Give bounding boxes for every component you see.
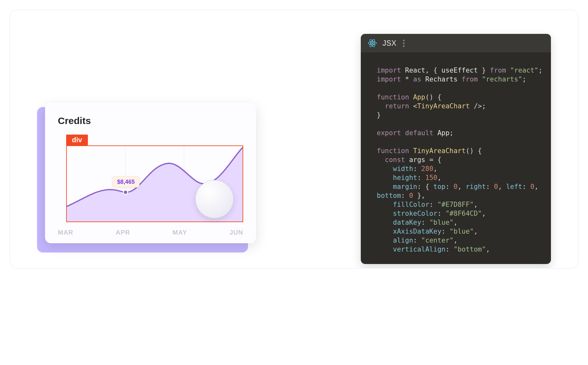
- element-selection-tag[interactable]: div: [66, 135, 88, 145]
- x-tick: JUN: [229, 229, 243, 236]
- x-tick: MAY: [173, 229, 187, 236]
- react-icon: [368, 39, 377, 48]
- promo-frame: JSX import React, { useEffect } from "re…: [10, 10, 578, 268]
- svg-point-6: [123, 190, 128, 195]
- chart-card: Credits div $8,465 MAR APR MAY JUN: [45, 103, 256, 243]
- code-language-label: JSX: [383, 39, 397, 48]
- code-editor-panel: JSX import React, { useEffect } from "re…: [361, 34, 551, 264]
- x-tick: APR: [116, 229, 130, 236]
- x-tick: MAR: [58, 229, 74, 236]
- kebab-menu-icon[interactable]: [403, 40, 405, 47]
- magnifier-lens[interactable]: [195, 180, 234, 218]
- chart-title: Credits: [58, 115, 243, 126]
- code-editor-header: JSX: [361, 34, 551, 52]
- chart-x-axis: MAR APR MAY JUN: [58, 229, 243, 236]
- code-body[interactable]: import React, { useEffect } from "react"…: [361, 52, 551, 264]
- svg-point-0: [372, 43, 373, 44]
- chart-tooltip: $8,465: [112, 176, 139, 188]
